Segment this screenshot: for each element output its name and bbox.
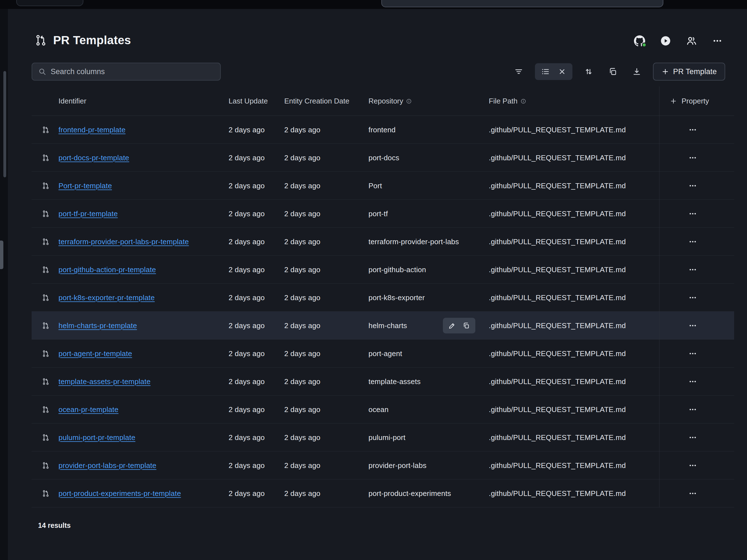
identifier-link[interactable]: frontend-pr-template: [58, 125, 126, 134]
column-header-creation-date[interactable]: Entity Creation Date: [284, 97, 350, 105]
repository-value: port-k8s-exporter: [368, 293, 425, 301]
identifier-link[interactable]: pulumi-port-pr-template: [58, 433, 135, 442]
creation-date-cell: 2 days ago: [284, 377, 320, 386]
repository-value: helm-charts: [368, 321, 407, 329]
table-row[interactable]: template-assets-pr-template 2 days ago 2…: [32, 368, 734, 396]
row-menu-button[interactable]: [681, 126, 704, 134]
copy-table-button[interactable]: [605, 64, 621, 79]
plus-icon: [670, 97, 677, 105]
column-header-identifier[interactable]: Identifier: [58, 97, 86, 105]
file-path-cell: .github/PULL_REQUEST_TEMPLATE.md: [489, 125, 626, 134]
identifier-cell: port-tf-pr-template: [58, 209, 118, 218]
identifier-link[interactable]: port-tf-pr-template: [58, 209, 118, 218]
filter-button[interactable]: [511, 64, 526, 79]
identifier-link[interactable]: template-assets-pr-template: [58, 377, 151, 385]
row-menu-button[interactable]: [681, 210, 704, 218]
github-icon[interactable]: [634, 35, 645, 47]
last-update-cell: 2 days ago: [229, 237, 265, 246]
last-update-cell: 2 days ago: [229, 405, 265, 414]
file-path-cell: .github/PULL_REQUEST_TEMPLATE.md: [489, 265, 626, 274]
row-menu-button[interactable]: [681, 377, 704, 386]
search-icon: [38, 68, 46, 76]
identifier-cell: port-docs-pr-template: [58, 153, 129, 162]
repository-value: port-docs: [368, 153, 399, 162]
column-header-file-path[interactable]: File Path: [489, 97, 526, 105]
row-menu-button[interactable]: [681, 154, 704, 162]
row-menu-button[interactable]: [681, 489, 704, 498]
pull-request-icon: [42, 126, 50, 133]
create-pr-template-button[interactable]: PR Template: [653, 63, 725, 81]
add-property-button[interactable]: Property: [670, 97, 709, 105]
column-header-repository[interactable]: Repository: [368, 97, 412, 105]
global-search-bar[interactable]: [381, 0, 663, 7]
row-menu-button[interactable]: [681, 461, 704, 470]
identifier-link[interactable]: port-product-experiments-pr-template: [58, 489, 181, 497]
repository-value: port-tf: [368, 209, 388, 218]
sort-button[interactable]: [581, 64, 596, 79]
repository-cell: port-github-action: [368, 265, 426, 274]
table-row[interactable]: frontend-pr-template 2 days ago 2 days a…: [32, 116, 734, 144]
table-row[interactable]: port-agent-pr-template 2 days ago 2 days…: [32, 340, 734, 368]
identifier-link[interactable]: port-agent-pr-template: [58, 349, 132, 357]
pull-request-icon: [42, 154, 50, 161]
users-icon[interactable]: [686, 35, 697, 47]
scrollbar-thumb[interactable]: [3, 71, 6, 177]
last-update-cell: 2 days ago: [229, 265, 265, 274]
clear-view-button[interactable]: [555, 64, 569, 79]
row-menu-button[interactable]: [681, 405, 704, 414]
column-header-last-update[interactable]: Last Update: [229, 97, 268, 105]
row-menu-button[interactable]: [681, 293, 704, 302]
last-update-cell: 2 days ago: [229, 181, 265, 190]
identifier-link[interactable]: ocean-pr-template: [58, 405, 118, 414]
table-row[interactable]: pulumi-port-pr-template 2 days ago 2 day…: [32, 424, 734, 451]
table-row[interactable]: helm-charts-pr-template 2 days ago 2 day…: [32, 312, 734, 340]
left-rail: [0, 9, 8, 560]
identifier-link[interactable]: port-k8s-exporter-pr-template: [58, 293, 155, 301]
table-row[interactable]: port-github-action-pr-template 2 days ag…: [32, 256, 734, 284]
table-row[interactable]: terraform-provider-port-labs-pr-template…: [32, 228, 734, 256]
identifier-link[interactable]: terraform-provider-port-labs-pr-template: [58, 237, 189, 246]
list-view-button[interactable]: [538, 64, 552, 79]
pull-request-icon: [42, 266, 50, 273]
identifier-link[interactable]: port-docs-pr-template: [58, 153, 129, 162]
table-row[interactable]: port-product-experiments-pr-template 2 d…: [32, 479, 734, 507]
table-row[interactable]: Port-pr-template 2 days ago 2 days ago P…: [32, 172, 734, 200]
row-menu-button[interactable]: [681, 182, 704, 190]
topbar-left-button[interactable]: [16, 0, 83, 6]
table-row[interactable]: port-docs-pr-template 2 days ago 2 days …: [32, 144, 734, 172]
pull-request-icon: [42, 378, 50, 385]
table-row[interactable]: port-k8s-exporter-pr-template 2 days ago…: [32, 284, 734, 312]
copy-icon[interactable]: [460, 319, 472, 332]
creation-date-cell: 2 days ago: [284, 265, 320, 274]
info-icon[interactable]: [406, 99, 412, 104]
search-columns-input[interactable]: [51, 68, 214, 76]
table-header: Identifier Last Update Entity Creation D…: [32, 86, 734, 116]
table-toolbar: PR Template: [32, 63, 725, 81]
download-button[interactable]: [629, 64, 645, 79]
repository-cell: terraform-provider-port-labs: [368, 237, 459, 246]
creation-date-cell: 2 days ago: [284, 461, 320, 470]
row-menu-button[interactable]: [681, 321, 704, 330]
repository-value: port-agent: [368, 349, 402, 357]
identifier-link[interactable]: provider-port-labs-pr-template: [58, 461, 156, 470]
row-menu-button[interactable]: [681, 265, 704, 274]
row-menu-button[interactable]: [681, 349, 704, 358]
row-menu-button[interactable]: [681, 433, 704, 442]
identifier-cell: port-github-action-pr-template: [58, 265, 156, 274]
table-row[interactable]: port-tf-pr-template 2 days ago 2 days ag…: [32, 200, 734, 228]
more-menu-icon[interactable]: [712, 36, 722, 46]
last-update-cell: 2 days ago: [229, 293, 265, 302]
play-button-icon[interactable]: [660, 35, 671, 46]
identifier-link[interactable]: Port-pr-template: [58, 181, 112, 190]
table-row[interactable]: ocean-pr-template 2 days ago 2 days ago …: [32, 396, 734, 424]
repository-cell: port-product-experiments: [368, 489, 451, 498]
edit-icon[interactable]: [446, 319, 459, 332]
table-row[interactable]: provider-port-labs-pr-template 2 days ag…: [32, 451, 734, 479]
last-update-cell: 2 days ago: [229, 433, 265, 442]
repository-cell: port-agent: [368, 349, 402, 358]
identifier-link[interactable]: port-github-action-pr-template: [58, 265, 156, 273]
identifier-link[interactable]: helm-charts-pr-template: [58, 321, 137, 329]
row-menu-button[interactable]: [681, 238, 704, 246]
info-icon[interactable]: [520, 99, 526, 104]
last-update-cell: 2 days ago: [229, 153, 265, 162]
